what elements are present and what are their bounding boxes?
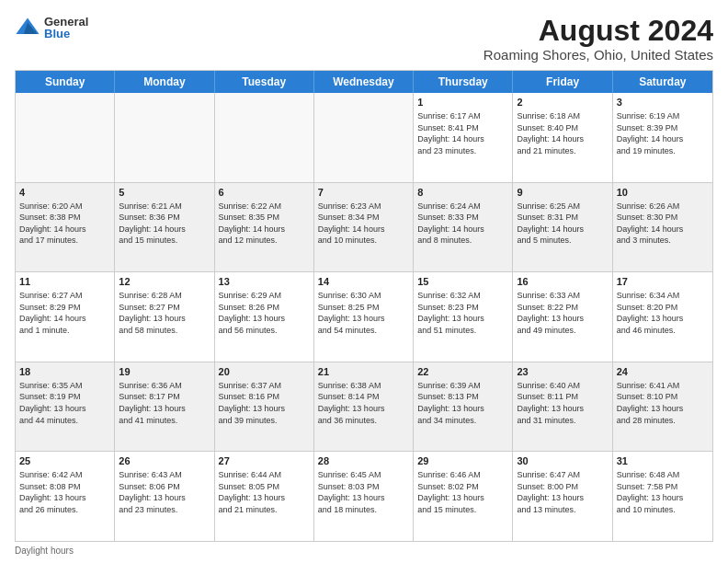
cell-info: Sunrise: 6:17 AM Sunset: 8:41 PM Dayligh… <box>417 110 508 156</box>
cell-info: Sunrise: 6:22 AM Sunset: 8:35 PM Dayligh… <box>219 201 310 247</box>
day-number: 6 <box>219 186 310 200</box>
day-number: 1 <box>417 96 508 109</box>
day-number: 30 <box>517 454 608 468</box>
cell-info: Sunrise: 6:33 AM Sunset: 8:22 PM Dayligh… <box>517 290 608 336</box>
calendar-cell: 20Sunrise: 6:37 AM Sunset: 8:16 PM Dayli… <box>215 362 314 452</box>
day-number: 25 <box>19 454 110 468</box>
logo-text: General Blue <box>44 16 88 40</box>
day-number: 5 <box>119 186 210 200</box>
calendar-cell: 1Sunrise: 6:17 AM Sunset: 8:41 PM Daylig… <box>414 93 513 182</box>
calendar-row: 18Sunrise: 6:35 AM Sunset: 8:19 PM Dayli… <box>16 362 712 453</box>
calendar-cell: 29Sunrise: 6:46 AM Sunset: 8:02 PM Dayli… <box>414 452 513 541</box>
cell-info: Sunrise: 6:45 AM Sunset: 8:03 PM Dayligh… <box>318 469 409 515</box>
day-number: 4 <box>19 186 110 200</box>
logo-icon <box>15 15 40 40</box>
day-number: 13 <box>219 275 310 289</box>
cell-info: Sunrise: 6:24 AM Sunset: 8:33 PM Dayligh… <box>417 201 508 247</box>
cell-info: Sunrise: 6:26 AM Sunset: 8:30 PM Dayligh… <box>617 201 709 247</box>
cell-info: Sunrise: 6:40 AM Sunset: 8:11 PM Dayligh… <box>517 380 608 426</box>
calendar-header-cell: Friday <box>513 71 612 93</box>
cell-info: Sunrise: 6:34 AM Sunset: 8:20 PM Dayligh… <box>617 290 709 336</box>
calendar-header-cell: Saturday <box>613 71 712 93</box>
cell-info: Sunrise: 6:46 AM Sunset: 8:02 PM Dayligh… <box>417 469 508 515</box>
cell-info: Sunrise: 6:20 AM Sunset: 8:38 PM Dayligh… <box>19 201 110 247</box>
footer-note: Daylight hours <box>15 542 713 556</box>
calendar-cell: 10Sunrise: 6:26 AM Sunset: 8:30 PM Dayli… <box>613 183 712 272</box>
cell-info: Sunrise: 6:37 AM Sunset: 8:16 PM Dayligh… <box>219 380 310 426</box>
calendar-cell: 15Sunrise: 6:32 AM Sunset: 8:23 PM Dayli… <box>414 272 513 362</box>
calendar-cell: 4Sunrise: 6:20 AM Sunset: 8:38 PM Daylig… <box>16 183 115 272</box>
day-number: 21 <box>318 365 409 379</box>
day-number: 16 <box>517 275 608 289</box>
cell-info: Sunrise: 6:42 AM Sunset: 8:08 PM Dayligh… <box>19 469 110 515</box>
calendar-cell: 21Sunrise: 6:38 AM Sunset: 8:14 PM Dayli… <box>314 362 414 452</box>
day-number: 28 <box>318 454 409 468</box>
cell-info: Sunrise: 6:19 AM Sunset: 8:39 PM Dayligh… <box>617 110 709 156</box>
calendar: SundayMondayTuesdayWednesdayThursdayFrid… <box>15 70 713 542</box>
day-number: 26 <box>119 454 210 468</box>
calendar-cell: 2Sunrise: 6:18 AM Sunset: 8:40 PM Daylig… <box>513 93 612 182</box>
calendar-cell <box>215 93 314 182</box>
cell-info: Sunrise: 6:23 AM Sunset: 8:34 PM Dayligh… <box>318 201 409 247</box>
day-number: 15 <box>417 275 508 289</box>
calendar-cell: 28Sunrise: 6:45 AM Sunset: 8:03 PM Dayli… <box>314 452 414 541</box>
cell-info: Sunrise: 6:43 AM Sunset: 8:06 PM Dayligh… <box>119 469 210 515</box>
calendar-header-cell: Tuesday <box>215 71 314 93</box>
header: General Blue August 2024 Roaming Shores,… <box>15 15 713 63</box>
cell-info: Sunrise: 6:41 AM Sunset: 8:10 PM Dayligh… <box>617 380 709 426</box>
day-number: 8 <box>417 186 508 200</box>
cell-info: Sunrise: 6:38 AM Sunset: 8:14 PM Dayligh… <box>318 380 409 426</box>
calendar-row: 4Sunrise: 6:20 AM Sunset: 8:38 PM Daylig… <box>16 183 712 273</box>
calendar-cell: 6Sunrise: 6:22 AM Sunset: 8:35 PM Daylig… <box>215 183 314 272</box>
day-number: 17 <box>617 275 709 289</box>
calendar-row: 25Sunrise: 6:42 AM Sunset: 8:08 PM Dayli… <box>16 452 712 541</box>
calendar-header-cell: Monday <box>115 71 214 93</box>
calendar-body: 1Sunrise: 6:17 AM Sunset: 8:41 PM Daylig… <box>16 93 712 541</box>
page: General Blue August 2024 Roaming Shores,… <box>0 0 728 563</box>
day-number: 9 <box>517 186 608 200</box>
cell-info: Sunrise: 6:29 AM Sunset: 8:26 PM Dayligh… <box>219 290 310 336</box>
day-number: 2 <box>517 96 608 109</box>
day-number: 3 <box>617 96 709 109</box>
calendar-cell: 27Sunrise: 6:44 AM Sunset: 8:05 PM Dayli… <box>215 452 314 541</box>
cell-info: Sunrise: 6:32 AM Sunset: 8:23 PM Dayligh… <box>417 290 508 336</box>
cell-info: Sunrise: 6:18 AM Sunset: 8:40 PM Dayligh… <box>517 110 608 156</box>
cell-info: Sunrise: 6:35 AM Sunset: 8:19 PM Dayligh… <box>19 380 110 426</box>
title-block: August 2024 Roaming Shores, Ohio, United… <box>483 15 713 63</box>
logo: General Blue <box>15 15 88 40</box>
cell-info: Sunrise: 6:27 AM Sunset: 8:29 PM Dayligh… <box>19 290 110 336</box>
calendar-cell: 22Sunrise: 6:39 AM Sunset: 8:13 PM Dayli… <box>414 362 513 452</box>
logo-blue: Blue <box>44 28 88 40</box>
calendar-cell: 17Sunrise: 6:34 AM Sunset: 8:20 PM Dayli… <box>613 272 712 362</box>
calendar-cell <box>115 93 214 182</box>
day-number: 11 <box>19 275 110 289</box>
cell-info: Sunrise: 6:30 AM Sunset: 8:25 PM Dayligh… <box>318 290 409 336</box>
calendar-cell: 31Sunrise: 6:48 AM Sunset: 7:58 PM Dayli… <box>613 452 712 541</box>
calendar-cell: 8Sunrise: 6:24 AM Sunset: 8:33 PM Daylig… <box>414 183 513 272</box>
day-number: 23 <box>517 365 608 379</box>
cell-info: Sunrise: 6:47 AM Sunset: 8:00 PM Dayligh… <box>517 469 608 515</box>
day-number: 29 <box>417 454 508 468</box>
calendar-header-cell: Wednesday <box>314 71 414 93</box>
calendar-cell: 23Sunrise: 6:40 AM Sunset: 8:11 PM Dayli… <box>513 362 612 452</box>
calendar-row: 1Sunrise: 6:17 AM Sunset: 8:41 PM Daylig… <box>16 93 712 183</box>
calendar-cell: 5Sunrise: 6:21 AM Sunset: 8:36 PM Daylig… <box>115 183 214 272</box>
cell-info: Sunrise: 6:36 AM Sunset: 8:17 PM Dayligh… <box>119 380 210 426</box>
calendar-cell: 19Sunrise: 6:36 AM Sunset: 8:17 PM Dayli… <box>115 362 214 452</box>
main-title: August 2024 <box>483 15 713 47</box>
subtitle: Roaming Shores, Ohio, United States <box>483 47 713 63</box>
day-number: 31 <box>617 454 709 468</box>
day-number: 19 <box>119 365 210 379</box>
day-number: 22 <box>417 365 508 379</box>
calendar-cell: 18Sunrise: 6:35 AM Sunset: 8:19 PM Dayli… <box>16 362 115 452</box>
day-number: 20 <box>219 365 310 379</box>
day-number: 7 <box>318 186 409 200</box>
calendar-cell: 16Sunrise: 6:33 AM Sunset: 8:22 PM Dayli… <box>513 272 612 362</box>
cell-info: Sunrise: 6:28 AM Sunset: 8:27 PM Dayligh… <box>119 290 210 336</box>
calendar-header: SundayMondayTuesdayWednesdayThursdayFrid… <box>16 71 712 93</box>
calendar-cell <box>16 93 115 182</box>
calendar-cell: 25Sunrise: 6:42 AM Sunset: 8:08 PM Dayli… <box>16 452 115 541</box>
calendar-header-cell: Thursday <box>414 71 513 93</box>
calendar-cell <box>314 93 414 182</box>
day-number: 24 <box>617 365 709 379</box>
